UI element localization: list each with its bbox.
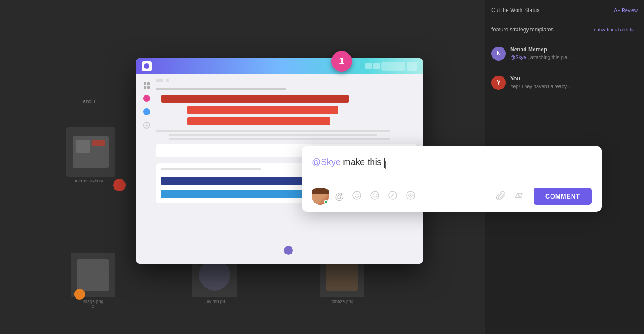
bg-top-tag: and + — [83, 98, 96, 105]
avatar-you: Y — [491, 76, 506, 90]
red-bar-2 — [187, 106, 339, 114]
comment-mention: @Skye — [312, 157, 341, 167]
divider-3 — [491, 69, 638, 69]
cursor: | — [384, 158, 385, 168]
right-panel-header1: Cut the Work Status A+ Review — [491, 7, 638, 13]
sc-dot-red — [143, 95, 150, 102]
sc-left-sidebar: + — [143, 79, 151, 259]
divider-1 — [491, 17, 638, 17]
comment-content-you: You Yep! They haven't already... — [510, 76, 571, 90]
sc-avatar-row — [284, 246, 293, 255]
comment-text-nenad: , attaching this pla... — [528, 55, 572, 60]
right-panel-title3: feature strategy templates — [491, 26, 554, 33]
sc-top-bar — [156, 79, 416, 82]
smiley-icon[interactable] — [370, 190, 380, 203]
comment-item-you: Y You Yep! They haven't already... — [491, 76, 638, 90]
july-label: july-4th.gif — [204, 299, 225, 304]
svg-line-7 — [391, 194, 394, 197]
red-bar-3 — [187, 117, 330, 125]
commenter-avatar — [312, 188, 329, 205]
slash-icon[interactable] — [388, 190, 398, 203]
comment-icons-group[interactable]: @ — [335, 190, 415, 203]
attach-icon[interactable] — [496, 190, 506, 203]
online-dot — [324, 200, 328, 204]
bg-avatar-img — [74, 289, 85, 300]
commenter-name-nenad: Nenad Mercep — [510, 47, 572, 53]
commenter-name-you: You — [510, 76, 571, 82]
right-panel-title1: Cut the Work Status — [491, 7, 539, 13]
target-icon[interactable] — [406, 190, 415, 203]
right-panel-badge1: A+ Review — [614, 8, 638, 13]
commenter-text-you: Yep! They haven't already... — [510, 83, 571, 90]
comment-body-text: make this — [343, 157, 384, 167]
svg-point-10 — [410, 194, 411, 196]
red-bar-1 — [161, 95, 349, 103]
svg-point-0 — [353, 191, 361, 199]
svg-point-3 — [371, 191, 379, 199]
comment-popup: @Skye make this | @ — [302, 146, 602, 212]
lightbox-container: + — [136, 58, 427, 271]
svg-point-2 — [358, 194, 359, 195]
comment-text-area[interactable]: @Skye make this | — [312, 156, 592, 178]
sc-dot-grid — [144, 82, 150, 89]
memorial-label: memorial-busi... — [75, 178, 106, 183]
sc-dot-plus: + — [143, 122, 150, 129]
drive-icon[interactable] — [514, 190, 524, 203]
avatar-nenad: N — [491, 47, 506, 61]
svg-point-5 — [376, 194, 377, 195]
comment-item-nenad: N Nenad Mercep @Skye , attaching this pl… — [491, 47, 638, 61]
emoji-tag-icon[interactable] — [352, 190, 362, 203]
sc-toolbar — [365, 62, 417, 71]
bg-avatar-memorial — [113, 179, 126, 191]
svg-point-4 — [373, 194, 374, 195]
right-panel-entry3: feature strategy templates motivational … — [491, 26, 638, 33]
comment-button[interactable]: COMMENT — [534, 188, 592, 205]
comment-content-nenad: Nenad Mercep @Skye , attaching this pla.… — [510, 47, 572, 61]
right-panel-badge3: motivational anti-fa... — [593, 27, 638, 32]
image-png-label: image.png — [83, 299, 104, 304]
mention-skye-nenad: @Skye — [510, 55, 526, 60]
comment-footer: @ — [312, 188, 592, 205]
bg-thumbnail-memorial: memorial-busi... — [66, 127, 115, 183]
divider-2 — [491, 40, 638, 40]
sc-dot-blue — [143, 108, 150, 115]
svg-point-1 — [356, 194, 356, 195]
icmaze-label: icmaze.png — [330, 299, 353, 304]
number-badge: 1 — [331, 51, 352, 72]
screenshot-header — [136, 58, 423, 74]
sc-logo — [142, 61, 152, 71]
bg-thumbnail-image-png: image.png 2 — [71, 253, 115, 309]
commenter-text-nenad: @Skye , attaching this pla... — [510, 54, 572, 61]
at-icon[interactable]: @ — [335, 191, 344, 202]
page-count-label: 2 — [92, 304, 94, 309]
